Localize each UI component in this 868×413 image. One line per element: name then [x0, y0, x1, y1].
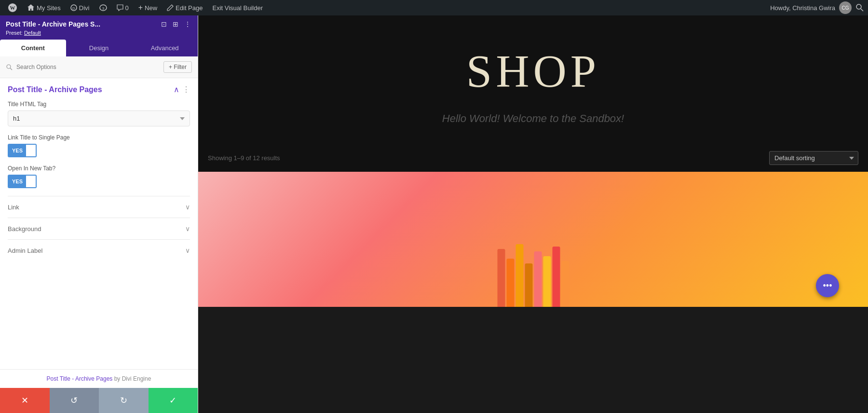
footer-plugin-link[interactable]: Post Title - Archive Pages: [47, 375, 113, 382]
open-new-tab-toggle[interactable]: YES: [8, 175, 37, 188]
search-icon[interactable]: [855, 3, 864, 12]
background-chevron-icon: ∨: [185, 225, 190, 233]
shop-hero: SHOP Hello World! Welcome to the Sandbox…: [198, 15, 868, 144]
panel-resize-icon[interactable]: ⊡: [160, 19, 168, 29]
comments-item[interactable]: 3: [95, 0, 111, 15]
action-bar: ✕ ↺ ↻ ✓: [0, 388, 198, 413]
background-section-title: Background: [8, 225, 41, 233]
collapse-section-button[interactable]: ∧: [174, 85, 179, 94]
pencil-amber: [525, 263, 532, 307]
footer-author: Divi Engine: [122, 375, 151, 382]
exit-vb-label: Exit Visual Builder: [212, 4, 263, 12]
link-title-toggle[interactable]: YES: [8, 144, 37, 157]
panel-content: Post Title - Archive Pages ∧ ⋮ Title HTM…: [0, 78, 198, 369]
section-more-button[interactable]: ⋮: [182, 85, 190, 94]
exit-vb-item[interactable]: Exit Visual Builder: [208, 0, 267, 15]
tab-design[interactable]: Design: [66, 40, 132, 56]
search-options-input[interactable]: [16, 64, 160, 70]
link-chevron-icon: ∨: [185, 203, 190, 211]
tab-advanced[interactable]: Advanced: [132, 40, 198, 56]
admin-label-section: Admin Label ∨: [8, 239, 190, 261]
pencil-orange2: [561, 261, 569, 307]
home-icon: [27, 4, 35, 12]
search-row: + Filter: [0, 56, 198, 78]
svg-point-8: [7, 65, 11, 69]
pencils-container: [497, 244, 569, 307]
link-section-header[interactable]: Link ∨: [8, 203, 190, 211]
tab-content[interactable]: Content: [0, 40, 66, 56]
section-actions: ∧ ⋮: [174, 85, 190, 94]
my-sites-item[interactable]: My Sites: [23, 0, 65, 15]
pencil-red3: [552, 247, 560, 307]
wp-logo-item[interactable]: W: [4, 0, 21, 15]
divi-item[interactable]: D Divi: [67, 0, 94, 15]
wp-admin-bar: W My Sites D Divi 3 0 + New Edit Page Ex…: [0, 0, 868, 15]
filter-button[interactable]: + Filter: [163, 61, 192, 73]
admin-label-section-title: Admin Label: [8, 247, 42, 254]
shop-title: SHOP: [208, 44, 858, 98]
title-html-tag-field: Title HTML Tag h1 h2 h3 h4 h5 h6: [8, 101, 190, 126]
panel-header: Post Title - Archive Pages S... ⊡ ⊞ ⋮ Pr…: [0, 15, 198, 40]
open-new-tab-toggle-yes: YES: [9, 176, 26, 187]
avatar[interactable]: CG: [839, 1, 852, 14]
svg-line-7: [861, 9, 863, 11]
footer-by-text: by: [114, 375, 122, 382]
preset-label: Preset: Default: [6, 30, 192, 36]
admin-label-chevron-icon: ∨: [185, 247, 190, 254]
panel-footer: Post Title - Archive Pages by Divi Engin…: [0, 369, 198, 388]
showing-text: Showing 1–9 of 12 results: [208, 154, 280, 162]
wp-logo-icon: W: [8, 3, 17, 13]
shop-meta: Showing 1–9 of 12 results Default sortin…: [198, 144, 868, 172]
edit-page-item[interactable]: Edit Page: [163, 0, 206, 15]
svg-text:W: W: [10, 5, 15, 11]
user-greeting: Howdy, Christina Gwira: [770, 4, 835, 12]
link-title-label: Link Title to Single Page: [8, 134, 190, 141]
main-layout: Post Title - Archive Pages S... ⊡ ⊞ ⋮ Pr…: [0, 15, 868, 413]
toggle-thumb: [26, 145, 36, 156]
fab-button[interactable]: •••: [816, 274, 839, 297]
open-new-tab-label: Open In New Tab?: [8, 165, 190, 172]
pencil-red: [497, 249, 505, 307]
link-section: Link ∨: [8, 196, 190, 218]
title-html-tag-label: Title HTML Tag: [8, 101, 190, 108]
background-section-header[interactable]: Background ∨: [8, 225, 190, 233]
admin-label-section-header[interactable]: Admin Label ∨: [8, 247, 190, 254]
undo-button[interactable]: ↺: [50, 388, 99, 413]
panel-icons: ⊡ ⊞ ⋮: [160, 19, 192, 29]
pencil-orange1: [506, 259, 514, 307]
redo-button[interactable]: ↻: [99, 388, 149, 413]
divi-icon: D: [70, 4, 77, 11]
pencil-icon: [167, 4, 174, 11]
new-item[interactable]: + New: [135, 0, 161, 15]
chat-item[interactable]: 0: [113, 0, 133, 15]
product-area: •••: [198, 172, 868, 307]
section-header: Post Title - Archive Pages ∧ ⋮: [8, 85, 190, 94]
search-options-icon: [6, 64, 13, 70]
pencil-red2: [534, 251, 542, 307]
admin-bar-right: Howdy, Christina Gwira CG: [770, 1, 864, 14]
background-section: Background ∨: [8, 218, 190, 239]
preset-value: Default: [24, 30, 41, 36]
left-panel: Post Title - Archive Pages S... ⊡ ⊞ ⋮ Pr…: [0, 15, 198, 413]
shop-subtitle: Hello World! Welcome to the Sandbox!: [208, 112, 858, 125]
plus-icon: +: [138, 3, 143, 12]
svg-text:3: 3: [102, 6, 104, 11]
save-button[interactable]: ✓: [149, 388, 198, 413]
pencil-yellow2: [543, 256, 551, 307]
svg-text:D: D: [72, 6, 75, 11]
open-new-tab-field: Open In New Tab? YES: [8, 165, 190, 188]
toggle-yes-label: YES: [9, 145, 26, 156]
panel-more-icon[interactable]: ⋮: [183, 19, 192, 29]
svg-point-6: [856, 4, 861, 9]
pencil-yellow1: [515, 244, 523, 307]
chat-icon: [117, 4, 123, 11]
panel-grid-icon[interactable]: ⊞: [172, 19, 179, 29]
title-html-tag-select[interactable]: h1 h2 h3 h4 h5 h6: [8, 110, 190, 126]
open-new-tab-toggle-thumb: [26, 176, 36, 187]
edit-page-label: Edit Page: [176, 4, 203, 12]
tabs-row: Content Design Advanced: [0, 40, 198, 56]
panel-title-row: Post Title - Archive Pages S... ⊡ ⊞ ⋮: [6, 19, 192, 29]
cancel-button[interactable]: ✕: [0, 388, 50, 413]
sorting-select[interactable]: Default sorting Sort by popularity Sort …: [769, 151, 858, 165]
panel-title: Post Title - Archive Pages S...: [6, 20, 100, 28]
